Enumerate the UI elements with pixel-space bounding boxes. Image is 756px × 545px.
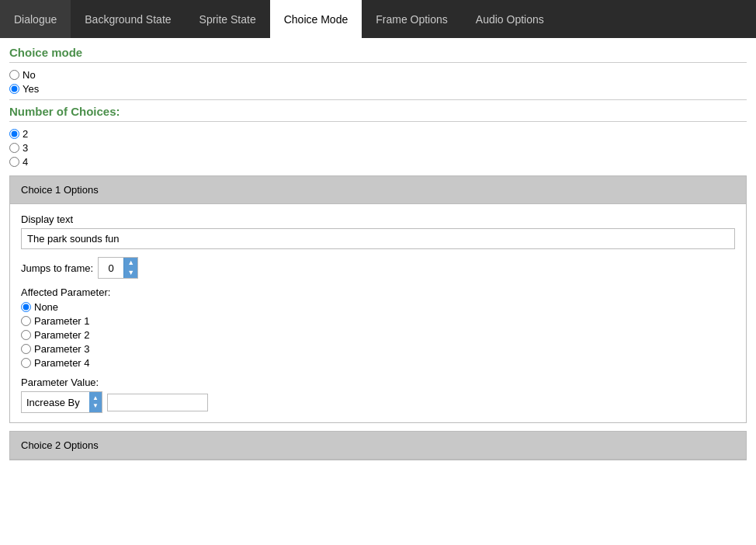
param1-label: Parameter 1 — [34, 315, 90, 327]
param2-radio[interactable] — [21, 330, 31, 340]
spinner-up-button[interactable]: ▲ — [124, 258, 137, 268]
param4-radio[interactable] — [21, 358, 31, 368]
jumps-to-frame-row: Jumps to frame: ▲ ▼ — [21, 257, 735, 279]
display-text-label: Display text — [21, 213, 735, 225]
spinner-buttons: ▲ ▼ — [123, 258, 137, 278]
spinner-down-button[interactable]: ▼ — [124, 268, 137, 278]
param-none-label: None — [34, 301, 58, 313]
choices-4-label: 4 — [23, 156, 28, 168]
tab-audio-options[interactable]: Audio Options — [462, 0, 558, 38]
jumps-to-frame-label: Jumps to frame: — [21, 262, 93, 274]
choices-2-radio[interactable] — [9, 129, 19, 139]
choice-mode-yes-row: Yes — [9, 83, 747, 95]
select-down-arrow: ▼ — [92, 402, 99, 410]
param3-radio[interactable] — [21, 344, 31, 354]
number-of-choices-heading: Number of Choices: — [9, 105, 747, 122]
choice-mode-radio-group: No Yes — [9, 69, 747, 95]
choice1-box: Choice 1 Options Display text Jumps to f… — [9, 175, 747, 423]
param4-row: Parameter 4 — [21, 357, 735, 369]
choice-mode-no-row: No — [9, 69, 747, 81]
tab-background-state[interactable]: Background State — [71, 0, 185, 38]
jumps-to-frame-spinner: ▲ ▼ — [98, 257, 138, 279]
choice-mode-heading: Choice mode — [9, 46, 747, 63]
select-up-arrow: ▲ — [92, 394, 99, 402]
choice1-header: Choice 1 Options — [10, 176, 746, 204]
affected-param-radio-group: None Parameter 1 Parameter 2 Parameter 3… — [21, 301, 735, 369]
choice-mode-yes-label: Yes — [23, 83, 39, 95]
tab-choice-mode[interactable]: Choice Mode — [270, 0, 362, 38]
param-none-row: None — [21, 301, 735, 313]
param2-row: Parameter 2 — [21, 329, 735, 341]
choice-mode-yes-radio[interactable] — [9, 84, 19, 94]
choices-2-label: 2 — [23, 128, 28, 140]
param-none-radio[interactable] — [21, 302, 31, 312]
param-value-select-wrap: Increase By Decrease By Set To ▲ ▼ — [21, 391, 102, 413]
choice1-body: Display text Jumps to frame: ▲ ▼ Affecte… — [10, 204, 746, 422]
param-value-label: Parameter Value: — [21, 377, 735, 388]
choices-3-row: 3 — [9, 142, 747, 154]
param1-row: Parameter 1 — [21, 315, 735, 327]
choices-3-radio[interactable] — [9, 143, 19, 153]
affected-param-label: Affected Parameter: — [21, 286, 735, 298]
divider-1 — [9, 99, 747, 100]
jumps-to-frame-input[interactable] — [99, 261, 123, 276]
number-of-choices-radio-group: 2 3 4 — [9, 128, 747, 168]
choices-3-label: 3 — [23, 142, 28, 154]
param4-label: Parameter 4 — [34, 357, 90, 369]
param1-radio[interactable] — [21, 316, 31, 326]
select-arrow[interactable]: ▲ ▼ — [89, 392, 102, 412]
choices-4-row: 4 — [9, 156, 747, 168]
choices-2-row: 2 — [9, 128, 747, 140]
tab-frame-options[interactable]: Frame Options — [362, 0, 462, 38]
param-value-select[interactable]: Increase By Decrease By Set To — [22, 394, 89, 411]
main-content: Choice mode No Yes Number of Choices: 2 … — [0, 38, 756, 468]
tab-sprite-state[interactable]: Sprite State — [186, 0, 270, 38]
choice2-box: Choice 2 Options — [9, 431, 747, 460]
display-text-input[interactable] — [21, 228, 735, 249]
param2-label: Parameter 2 — [34, 329, 90, 341]
param3-row: Parameter 3 — [21, 343, 735, 355]
choice-mode-no-label: No — [23, 69, 36, 81]
param3-label: Parameter 3 — [34, 343, 90, 355]
choice-mode-no-radio[interactable] — [9, 70, 19, 80]
choices-4-radio[interactable] — [9, 157, 19, 167]
param-value-input[interactable] — [107, 394, 208, 411]
tab-dialogue[interactable]: Dialogue — [0, 0, 71, 38]
choice2-header: Choice 2 Options — [10, 432, 746, 460]
param-value-row: Increase By Decrease By Set To ▲ ▼ — [21, 391, 735, 413]
tab-bar: Dialogue Background State Sprite State C… — [0, 0, 756, 38]
